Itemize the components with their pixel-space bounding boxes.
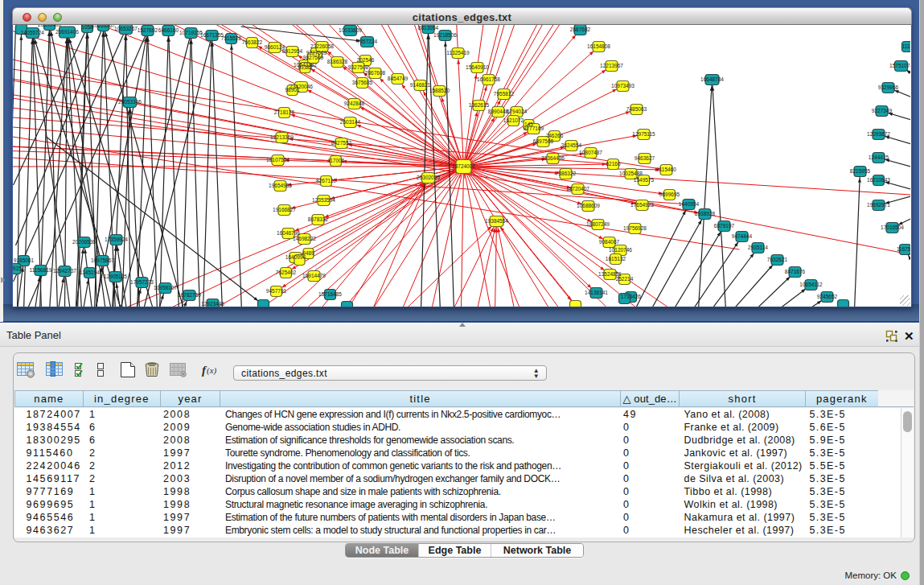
svg-text:19654985: 19654985	[269, 183, 292, 188]
svg-text:19166827: 19166827	[273, 207, 296, 212]
svg-text:1527602: 1527602	[138, 27, 158, 33]
svg-text:9899695: 9899695	[659, 192, 680, 197]
svg-text:10973493: 10973493	[611, 83, 634, 89]
svg-text:12905135: 12905135	[104, 274, 127, 279]
svg-text:1588520: 1588520	[429, 88, 450, 93]
svg-text:9245652: 9245652	[817, 294, 838, 299]
svg-text:18724007: 18724007	[452, 163, 475, 169]
svg-text:10025488: 10025488	[619, 171, 643, 176]
svg-text:23226058: 23226058	[310, 43, 334, 49]
svg-text:9463627: 9463627	[634, 155, 655, 161]
svg-text:16107554: 16107554	[266, 157, 290, 163]
svg-text:9457791: 9457791	[266, 288, 287, 294]
svg-text:18720407: 18720407	[566, 186, 589, 192]
svg-text:9227349: 9227349	[872, 108, 893, 113]
svg-text:1549575: 1549575	[634, 177, 655, 183]
svg-text:10688609: 10688609	[577, 203, 600, 208]
svg-text:2867608: 2867608	[365, 70, 386, 76]
svg-text:9084067: 9084067	[599, 239, 620, 245]
svg-text:12213967: 12213967	[600, 63, 623, 68]
svg-text:8912954: 8912954	[282, 48, 303, 54]
svg-text:7663822: 7663822	[242, 39, 263, 45]
svg-text:12975115: 12975115	[632, 131, 655, 137]
svg-text:9327508: 9327508	[348, 64, 369, 70]
svg-text:1244415: 1244415	[869, 154, 889, 160]
svg-text:11156819: 11156819	[30, 267, 52, 273]
svg-text:8678332: 8678332	[308, 216, 329, 222]
svg-text:8938928: 8938928	[695, 211, 716, 216]
svg-text:17016504: 17016504	[881, 225, 904, 230]
svg-text:9115460: 9115460	[656, 167, 676, 172]
svg-text:8454749: 8454749	[388, 76, 409, 81]
svg-text:7515526: 7515526	[221, 35, 242, 41]
svg-text:21364436: 21364436	[541, 155, 565, 161]
svg-text:9489: 9489	[302, 250, 314, 256]
svg-text:16046798: 16046798	[277, 230, 300, 236]
svg-text:10033809: 10033809	[339, 27, 362, 33]
svg-text:17957273: 17957273	[130, 279, 154, 285]
svg-text:98901: 98901	[285, 87, 299, 93]
svg-text:252214: 252214	[616, 276, 634, 282]
svg-text:10958107: 10958107	[154, 285, 177, 290]
svg-text:62160: 62160	[606, 161, 620, 167]
svg-text:(x): (x)	[207, 365, 217, 376]
svg-text:9146821: 9146821	[410, 82, 431, 88]
svg-text:20053346: 20053346	[118, 99, 142, 105]
svg-text:7625402: 7625402	[276, 270, 297, 275]
svg-text:12093872: 12093872	[867, 131, 890, 137]
svg-text:7632621: 7632621	[767, 257, 788, 262]
svg-text:12923446: 12923446	[201, 301, 224, 307]
svg-text:19692971: 19692971	[867, 202, 890, 208]
svg-text:7955812: 7955812	[494, 91, 515, 97]
svg-text:15751074: 15751074	[889, 63, 910, 68]
svg-text:1145194: 1145194	[80, 270, 100, 275]
svg-text:1621072: 1621072	[503, 117, 524, 123]
svg-text:25302035: 25302035	[417, 175, 440, 180]
svg-text:14136141: 14136141	[585, 290, 608, 295]
svg-text:116753: 116753	[897, 246, 910, 252]
svg-text:10653267: 10653267	[92, 25, 115, 28]
svg-text:9777169: 9777169	[524, 126, 544, 131]
svg-text:12942737: 12942737	[53, 268, 76, 274]
svg-text:17654923: 17654923	[630, 202, 654, 208]
svg-text:746266: 746266	[546, 133, 564, 138]
svg-text:10653267: 10653267	[114, 26, 138, 31]
svg-text:16210643: 16210643	[867, 177, 890, 183]
svg-text:93382: 93382	[298, 64, 312, 70]
svg-text:10120746: 10120746	[609, 247, 632, 253]
svg-text:1362615: 1362615	[469, 102, 490, 108]
svg-text:1117: 1117	[902, 43, 910, 49]
svg-text:1615132: 1615132	[606, 256, 626, 262]
svg-text:9329966: 9329966	[878, 84, 899, 90]
svg-text:202546: 202546	[357, 57, 375, 63]
svg-text:15716485: 15716485	[318, 291, 342, 297]
svg-text:6466160: 6466160	[158, 27, 179, 33]
svg-text:6879197: 6879197	[714, 223, 735, 229]
svg-text:20691406: 20691406	[55, 29, 79, 35]
svg-text:7386322: 7386322	[556, 171, 577, 176]
svg-text:14698222: 14698222	[293, 236, 316, 241]
svg-text:9185061: 9185061	[14, 257, 35, 263]
svg-text:19218506: 19218506	[433, 32, 457, 38]
svg-text:19384554: 19384554	[485, 218, 508, 224]
svg-text:6897568: 6897568	[533, 138, 554, 144]
svg-text:2718176: 2718176	[274, 109, 295, 115]
svg-text:939151: 939151	[13, 266, 25, 271]
svg-text:16914479: 16914479	[302, 273, 326, 278]
svg-text:18807249: 18807249	[586, 221, 610, 227]
svg-text:417006: 417006	[327, 158, 345, 163]
svg-text:9242848: 9242848	[344, 101, 365, 106]
svg-text:3624554: 3624554	[561, 142, 582, 148]
svg-text:8215955: 8215955	[850, 168, 871, 174]
svg-text:7357224: 7357224	[357, 39, 378, 44]
svg-text:10975867: 10975867	[91, 257, 114, 263]
svg-text:10654112: 10654112	[799, 282, 823, 287]
svg-text:10719155: 10719155	[179, 30, 203, 35]
svg-text:3675685: 3675685	[352, 80, 373, 85]
svg-text:17359924: 17359924	[105, 237, 128, 242]
svg-text:8471676: 8471676	[785, 269, 806, 274]
svg-text:19756928: 19756928	[623, 225, 647, 231]
svg-text:16961758: 16961758	[477, 76, 500, 82]
svg-text:7485063: 7485063	[626, 106, 647, 112]
svg-text:11325419: 11325419	[446, 50, 470, 56]
